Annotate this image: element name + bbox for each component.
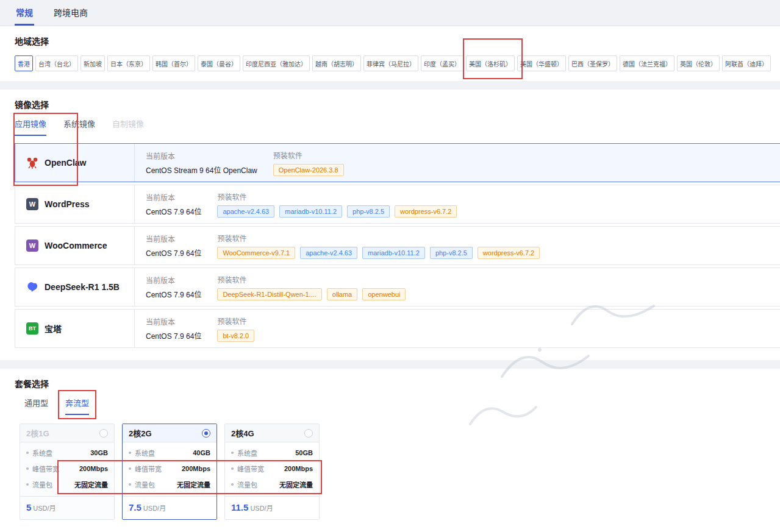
spec-row: 流量包 无固定流量 (26, 479, 108, 490)
region-button[interactable]: 美国（洛杉矶） (466, 55, 515, 71)
plan-radio[interactable] (202, 429, 210, 438)
spec-value: 30GB (90, 449, 108, 456)
wordpress-icon: W (26, 198, 38, 210)
bullet-dot (231, 467, 234, 470)
spec-label: 系统盘 (129, 448, 155, 458)
image-name-cell: OpenClaw (15, 144, 135, 182)
plan-header: 2核2G (123, 424, 216, 442)
bullet-dot (26, 452, 29, 454)
image-software-cell: 预装软件 DeepSeek-R1-Distill-Qwen-1.... olla… (217, 268, 780, 306)
bullet-dot (26, 467, 29, 470)
openclaw-icon (26, 157, 38, 169)
spec-row: 流量包 无固定流量 (231, 479, 313, 490)
spec-value: 40GB (193, 449, 210, 456)
image-tabs: 应用镜像 系统镜像 自制镜像 (15, 119, 780, 136)
image-version-cell: 当前版本 CentOS 7.9 64位 (135, 227, 217, 264)
software-label: 预装软件 (217, 274, 780, 285)
purchase-page: 常规 跨境电商 地域选择 香港 台湾（台北） 新加坡 日本（东京） 韩国（首尔）… (0, 0, 780, 532)
image-software-cell: 预装软件 WooCommerce-v9.7.1 apache-v2.4.63 m… (217, 227, 780, 264)
plan-footer: 11.5 USD/月 (225, 496, 319, 519)
image-name-cell: W WooCommerce (15, 227, 135, 264)
plan-footer: 5 USD/月 (20, 496, 114, 519)
image-name-cell: BT 宝塔 (15, 310, 135, 347)
bullet-dot (231, 452, 234, 454)
software-tag: mariadb-v10.11.2 (279, 205, 342, 218)
plan-cards: 2核1G 系统盘 30GB 峰值带宽 200Mbps 流量包 无固定流量 (20, 424, 780, 520)
region-section: 地域选择 香港 台湾（台北） 新加坡 日本（东京） 韩国（首尔） 泰国（曼谷） … (0, 26, 780, 81)
software-tag: WooCommerce-v9.7.1 (217, 247, 295, 259)
image-row-baota[interactable]: BT 宝塔 当前版本 CentOS 7.9 64位 预装软件 bt-v8.2.0 (15, 309, 780, 348)
plan-radio[interactable] (304, 429, 313, 438)
tab-system-image[interactable]: 系统镜像 (63, 119, 95, 136)
version-value: CentOS Stream 9 64位 OpenClaw (146, 165, 257, 175)
tab-benliu-type[interactable]: 奔流型 (65, 398, 89, 415)
plan-footer: 7.5 USD/月 (123, 496, 216, 519)
image-section: 镜像选择 应用镜像 系统镜像 自制镜像 OpenClaw (0, 90, 780, 360)
plan-body: 系统盘 50GB 峰值带宽 200Mbps 流量包 无固定流量 (225, 442, 319, 496)
software-tag: OpenClaw-2026.3.8 (273, 164, 344, 176)
region-button[interactable]: 越南（胡志明） (312, 55, 361, 71)
region-button[interactable]: 日本（东京） (107, 55, 150, 71)
plan-price: 5 (26, 502, 31, 512)
software-label: 预装软件 (273, 150, 780, 160)
region-button[interactable]: 新加坡 (81, 55, 105, 71)
plan-tabs: 通用型 奔流型 (24, 398, 780, 415)
region-section-title: 地域选择 (15, 36, 780, 47)
version-value: CentOS 7.9 64位 (146, 289, 201, 299)
image-row-deepseek[interactable]: DeepSeek-R1 1.5B 当前版本 CentOS 7.9 64位 预装软… (15, 268, 780, 307)
software-tag: mariadb-v10.11.2 (362, 247, 425, 259)
plan-card-2c4g[interactable]: 2核4G 系统盘 50GB 峰值带宽 200Mbps 流量包 无固定流量 (224, 424, 320, 520)
version-value: CentOS 7.9 64位 (146, 206, 201, 216)
region-button[interactable]: 英国（伦敦） (677, 55, 720, 71)
spec-label: 峰值带宽 (231, 464, 264, 473)
software-tag: apache-v2.4.63 (300, 247, 357, 259)
version-label: 当前版本 (146, 316, 201, 327)
annotated-region-wrap: 美国（洛杉矶） (466, 55, 515, 71)
region-button[interactable]: 韩国（首尔） (152, 55, 195, 71)
tab-cross-border[interactable]: 跨境电商 (52, 0, 89, 26)
version-label: 当前版本 (146, 151, 257, 161)
plan-card-2c1g[interactable]: 2核1G 系统盘 30GB 峰值带宽 200Mbps 流量包 无固定流量 (20, 424, 115, 520)
software-tag: bt-v8.2.0 (217, 330, 254, 342)
bullet-dot (129, 467, 131, 470)
region-button[interactable]: 阿联酋（迪拜） (722, 55, 771, 71)
top-tab-bar: 常规 跨境电商 (0, 0, 780, 26)
tab-general[interactable]: 常规 (15, 0, 34, 26)
region-button[interactable]: 菲律宾（马尼拉） (363, 55, 418, 71)
region-button[interactable]: 巴西（圣保罗） (568, 55, 617, 71)
spec-row: 流量包 无固定流量 (129, 479, 210, 490)
plan-price: 7.5 (129, 502, 141, 512)
software-label: 预装软件 (217, 316, 780, 326)
image-row-wordpress[interactable]: W WordPress 当前版本 CentOS 7.9 64位 预装软件 apa… (15, 185, 780, 224)
bullet-dot (231, 483, 234, 486)
region-button[interactable]: 台湾（台北） (35, 55, 78, 71)
image-row-openclaw[interactable]: OpenClaw 当前版本 CentOS Stream 9 64位 OpenCl… (15, 143, 780, 182)
tab-general-type[interactable]: 通用型 (24, 398, 48, 415)
baota-icon: BT (26, 322, 38, 335)
plan-name: 2核1G (26, 427, 49, 439)
software-label: 预装软件 (217, 233, 780, 243)
plan-card-2c2g[interactable]: 2核2G 系统盘 40GB 峰值带宽 200Mbps 流量包 无固定流量 (122, 424, 217, 520)
region-button[interactable]: 印度（孟买） (421, 55, 463, 71)
software-tag: openwebui (362, 288, 406, 300)
image-section-title: 镜像选择 (15, 99, 780, 110)
tab-custom-image[interactable]: 自制镜像 (112, 119, 144, 136)
plan-radio[interactable] (99, 429, 108, 438)
region-button[interactable]: 印度尼西亚（雅加达） (243, 55, 310, 71)
image-row-woocommerce[interactable]: W WooCommerce 当前版本 CentOS 7.9 64位 预装软件 W… (15, 226, 780, 265)
plan-price-unit: USD/月 (33, 503, 55, 512)
region-button[interactable]: 香港 (15, 55, 33, 71)
spec-row: 峰值带宽 200Mbps (129, 463, 210, 474)
image-name-cell: DeepSeek-R1 1.5B (15, 268, 135, 306)
version-label: 当前版本 (146, 233, 201, 244)
plan-price-unit: USD/月 (250, 503, 273, 512)
version-value: CentOS 7.9 64位 (146, 247, 201, 258)
image-software-cell: 预装软件 OpenClaw-2026.3.8 (273, 144, 780, 182)
software-tags: bt-v8.2.0 (217, 330, 780, 342)
plan-section: 套餐选择 通用型 奔流型 2核1G 系统盘 30GB (0, 369, 780, 532)
region-button[interactable]: 美国（华盛顿） (517, 55, 566, 71)
tab-app-image[interactable]: 应用镜像 (15, 119, 46, 136)
image-name: WordPress (45, 199, 90, 209)
region-button[interactable]: 德国（法兰克福） (620, 55, 674, 71)
region-button[interactable]: 泰国（曼谷） (198, 55, 240, 71)
